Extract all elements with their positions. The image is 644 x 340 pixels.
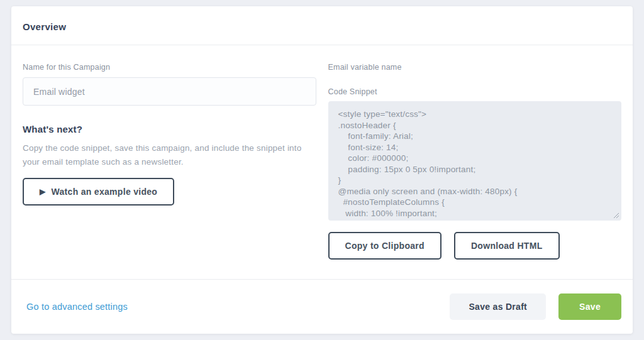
campaign-name-input[interactable] [23, 77, 316, 106]
overview-card: Overview Name for this Campaign What's n… [11, 6, 633, 334]
save-as-draft-button[interactable]: Save as Draft [450, 293, 546, 320]
page-title: Overview [23, 21, 621, 32]
advanced-settings-link[interactable]: Go to advanced settings [26, 302, 128, 312]
whats-next-title: What's next? [23, 124, 316, 134]
code-snippet-label: Code Snippet [328, 87, 622, 96]
play-icon: ▶ [40, 187, 46, 196]
snippet-actions: Copy to Clipboard Download HTML [328, 232, 622, 260]
resize-handle-icon[interactable] [613, 212, 619, 219]
card-footer: Go to advanced settings Save as Draft Sa… [11, 279, 633, 334]
card-body: Name for this Campaign What's next? Copy… [11, 45, 633, 279]
code-snippet-text: <style type="text/css"> .nostoHeader { f… [338, 109, 612, 221]
download-html-button[interactable]: Download HTML [454, 232, 560, 260]
code-snippet-textarea[interactable]: <style type="text/css"> .nostoHeader { f… [328, 101, 622, 221]
campaign-name-label: Name for this Campaign [23, 63, 316, 72]
copy-to-clipboard-button[interactable]: Copy to Clipboard [328, 232, 441, 260]
email-variable-name-label: Email variable name [328, 63, 622, 72]
download-button-label: Download HTML [471, 241, 543, 251]
left-column: Name for this Campaign What's next? Copy… [23, 63, 316, 279]
watch-button-label: Watch an example video [52, 187, 158, 197]
save-button[interactable]: Save [558, 293, 621, 320]
footer-actions: Save as Draft Save [450, 293, 621, 320]
copy-button-label: Copy to Clipboard [345, 241, 425, 251]
card-header: Overview [11, 6, 633, 45]
watch-example-video-button[interactable]: ▶ Watch an example video [23, 178, 174, 206]
whats-next-description: Copy the code snippet, save this campaig… [23, 141, 312, 168]
right-column: Email variable name Code Snippet <style … [328, 63, 622, 279]
